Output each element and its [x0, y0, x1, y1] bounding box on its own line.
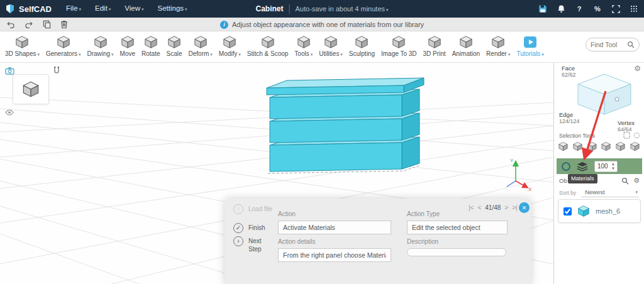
description-field: Description	[407, 238, 506, 256]
rotate-icon	[143, 35, 158, 49]
toolbar-item-3d-print[interactable]: 3D Print	[420, 31, 449, 62]
toolbar-item-drawing[interactable]: Drawing	[84, 31, 116, 62]
selfcad-logo[interactable]: SelfCAD	[0, 4, 59, 14]
tutorial-step-next[interactable]: › Next Step	[233, 236, 270, 253]
toolbar-item-sculpting[interactable]: Sculpting	[346, 31, 378, 62]
select-edge-icon[interactable]	[587, 141, 597, 151]
opacity-input[interactable]	[597, 163, 611, 170]
rect-select-icon[interactable]	[623, 132, 630, 139]
materials-tooltip: Materials	[568, 174, 597, 183]
edge-label: Edge	[559, 111, 580, 118]
toolbar-item-deform[interactable]: Deform	[186, 31, 216, 62]
toolbar-item-modify[interactable]: Modify	[216, 31, 244, 62]
objects-settings-gear-icon[interactable]: ⚙	[633, 177, 640, 185]
toolbar-item-animation[interactable]: Animation	[449, 31, 483, 62]
project-header: Cabinet Auto-save in about 4 minutes	[256, 0, 389, 18]
toolbar-item-tutorials[interactable]: Tutorials	[513, 31, 547, 62]
selection-tools-label: Selection Tools	[559, 133, 595, 139]
selection-preview-cube	[572, 68, 635, 118]
3d-shapes-icon	[14, 35, 30, 49]
undo-icon[interactable]	[6, 21, 15, 29]
find-tool-box[interactable]	[586, 38, 640, 52]
toolbar-item-generators[interactable]: Generators	[43, 31, 84, 62]
tutorials-icon	[523, 35, 538, 49]
spinner-arrows-icon[interactable]: ▲▼	[611, 162, 615, 171]
edge-count: 124/124	[559, 118, 580, 124]
menu-settings[interactable]: Settings	[151, 0, 194, 18]
toolbar-item-rotate[interactable]: Rotate	[138, 31, 163, 62]
selection-mode-row	[558, 141, 640, 151]
select-face-icon[interactable]	[572, 141, 583, 151]
toolbar-item-utilities[interactable]: Utilities	[316, 31, 346, 62]
materials-icon[interactable]	[577, 161, 588, 172]
divider	[289, 4, 290, 14]
action-details-input[interactable]	[278, 248, 391, 262]
selection-tools-header: Selection Tools	[559, 132, 640, 139]
select-brush-icon[interactable]	[630, 141, 640, 151]
action-type-input[interactable]	[407, 221, 508, 234]
shortcuts-icon[interactable]: %	[592, 4, 602, 14]
copy-icon[interactable]	[43, 20, 51, 29]
main-menu: File Edit View Settings	[59, 0, 194, 18]
description-input[interactable]	[407, 248, 506, 256]
fullscreen-icon[interactable]	[611, 4, 621, 14]
object-thumbnail[interactable]	[13, 74, 49, 104]
menu-view[interactable]: View	[118, 0, 150, 18]
object-list-item[interactable]: mesh_6	[558, 199, 641, 223]
edge-counter: Edge 124/124	[559, 111, 580, 124]
toolbar-item-image-to-3d[interactable]: Image To 3D	[378, 31, 420, 62]
toolbar-item-scale[interactable]: Scale	[164, 31, 186, 62]
last-page-icon[interactable]: >|	[512, 204, 517, 211]
tools-toolbar: 3D Shapes Generators Drawing Move Rotate…	[0, 31, 644, 63]
move-icon	[120, 35, 135, 49]
select-object-icon[interactable]	[558, 141, 569, 151]
select-box-icon[interactable]	[615, 141, 626, 151]
toolbar-item-stitch-scoop[interactable]: Stitch & Scoop	[244, 31, 292, 62]
notifications-bell-icon[interactable]	[556, 4, 566, 14]
finish-label: Finish	[248, 223, 265, 231]
action-details-label: Action details	[278, 238, 391, 245]
delete-icon[interactable]	[60, 20, 68, 29]
project-name[interactable]: Cabinet	[256, 4, 284, 13]
tutorial-step-finish[interactable]: ✓ Finish	[233, 223, 265, 233]
autosave-status[interactable]: Auto-save in about 4 minutes	[296, 5, 389, 13]
tutorial-step-load-file[interactable]: ↑ Load file	[233, 204, 272, 214]
opacity-spinner[interactable]: ▲▼	[594, 161, 618, 172]
sort-dropdown[interactable]: Newest ▾	[581, 188, 639, 197]
load-file-label: Load file	[248, 204, 272, 212]
thumbnail-cube-icon	[21, 80, 40, 98]
generators-icon	[56, 35, 71, 49]
menu-file[interactable]: File	[59, 0, 88, 18]
object-visibility-checkbox[interactable]	[564, 207, 572, 216]
selfcad-app: SelfCAD File Edit View Settings Cabinet …	[0, 0, 644, 284]
help-icon[interactable]: ?	[574, 4, 584, 14]
object-name: mesh_6	[596, 207, 620, 215]
object-search-icon[interactable]	[621, 177, 629, 185]
finish-check-icon: ✓	[233, 223, 243, 233]
menu-edit[interactable]: Edit	[88, 0, 118, 18]
action-type-field: Action Type	[407, 210, 508, 234]
3d-print-icon	[427, 35, 442, 49]
close-tutorial-button[interactable]: ✕	[519, 202, 530, 213]
action-input[interactable]	[278, 221, 391, 234]
animation-icon	[458, 35, 474, 49]
camera-icon[interactable]	[5, 67, 14, 75]
redo-icon[interactable]	[25, 21, 33, 29]
toolbar-item-tools[interactable]: Tools	[291, 31, 316, 62]
save-icon[interactable]	[538, 4, 548, 14]
magnet-icon[interactable]	[53, 67, 60, 74]
selection-settings-gear-icon[interactable]: ⚙	[634, 64, 641, 73]
lasso-select-icon[interactable]	[633, 132, 640, 139]
hint-text: Adjust object appearance with one of mat…	[232, 21, 424, 28]
material-sphere-icon[interactable]	[562, 162, 570, 171]
toolbar-item-3d-shapes[interactable]: 3D Shapes	[2, 31, 43, 62]
visibility-eye-icon[interactable]	[5, 109, 14, 116]
toolbar-item-move[interactable]: Move	[117, 31, 138, 62]
find-tool-input[interactable]	[591, 41, 625, 48]
title-bar: SelfCAD File Edit View Settings Cabinet …	[0, 0, 644, 18]
apps-grid-icon[interactable]	[629, 4, 639, 14]
select-vertex-icon[interactable]	[601, 141, 611, 151]
quick-action-bar: i Adjust object appearance with one of m…	[0, 18, 644, 31]
toolbar-item-render[interactable]: Render	[483, 31, 513, 62]
action-type-label: Action Type	[407, 210, 508, 217]
